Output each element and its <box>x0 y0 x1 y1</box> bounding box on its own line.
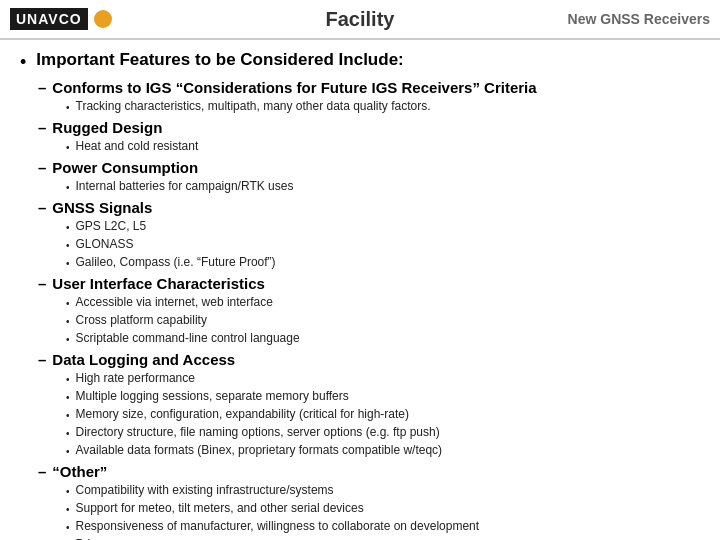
sub-bullet-icon: • <box>66 238 70 253</box>
section-title-4: User Interface Characteristics <box>52 275 265 292</box>
section-item-6: –“Other”•Compatibility with existing inf… <box>38 463 700 540</box>
sub-bullet-icon: • <box>66 180 70 195</box>
sub-bullet-icon: • <box>66 220 70 235</box>
section-item-4: –User Interface Characteristics•Accessib… <box>38 275 700 347</box>
dash-icon: – <box>38 79 46 96</box>
section-title-2: Power Consumption <box>52 159 198 176</box>
sub-item-4-2: •Scriptable command-line control languag… <box>66 329 700 347</box>
sub-item-text: Scriptable command-line control language <box>76 329 300 347</box>
sub-item-text: Internal batteries for campaign/RTK uses <box>76 177 294 195</box>
sub-list-4: •Accessible via internet, web interface•… <box>38 293 700 347</box>
sub-item-text: Price… <box>76 535 115 540</box>
sub-bullet-icon: • <box>66 484 70 499</box>
sub-bullet-icon: • <box>66 444 70 459</box>
page-title: Facility <box>170 8 550 31</box>
sub-bullet-icon: • <box>66 372 70 387</box>
sub-item-6-0: •Compatibility with existing infrastruct… <box>66 481 700 499</box>
sub-bullet-icon: • <box>66 256 70 271</box>
sub-list-6: •Compatibility with existing infrastruct… <box>38 481 700 540</box>
header: UNAVCO Facility New GNSS Receivers <box>0 0 720 40</box>
section-title-3: GNSS Signals <box>52 199 152 216</box>
section-title-0: Conforms to IGS “Considerations for Futu… <box>52 79 536 96</box>
logo-circle-icon <box>94 10 112 28</box>
section-title-1: Rugged Design <box>52 119 162 136</box>
sub-item-text: High rate performance <box>76 369 195 387</box>
logo-text: UNAVCO <box>10 8 88 30</box>
section-header-4: –User Interface Characteristics <box>38 275 700 292</box>
sub-item-3-0: •GPS L2C, L5 <box>66 217 700 235</box>
section-item-5: –Data Logging and Access•High rate perfo… <box>38 351 700 459</box>
sub-bullet-icon: • <box>66 408 70 423</box>
sub-item-text: Support for meteo, tilt meters, and othe… <box>76 499 364 517</box>
dash-icon: – <box>38 119 46 136</box>
section-item-3: –GNSS Signals•GPS L2C, L5•GLONASS•Galile… <box>38 199 700 271</box>
section-header-3: –GNSS Signals <box>38 199 700 216</box>
section-item-2: –Power Consumption•Internal batteries fo… <box>38 159 700 195</box>
sub-item-4-0: •Accessible via internet, web interface <box>66 293 700 311</box>
section-header-1: –Rugged Design <box>38 119 700 136</box>
sub-item-text: GLONASS <box>76 235 134 253</box>
sub-item-text: GPS L2C, L5 <box>76 217 147 235</box>
sub-item-text: Directory structure, file naming options… <box>76 423 440 441</box>
sub-item-text: Tracking characteristics, multipath, man… <box>76 97 431 115</box>
dash-icon: – <box>38 159 46 176</box>
sub-bullet-icon: • <box>66 100 70 115</box>
dash-icon: – <box>38 199 46 216</box>
sub-item-6-1: •Support for meteo, tilt meters, and oth… <box>66 499 700 517</box>
section-item-1: –Rugged Design•Heat and cold resistant <box>38 119 700 155</box>
main-bullet: • Important Features to be Considered In… <box>20 50 700 73</box>
sub-item-text: Memory size, configuration, expandabilit… <box>76 405 409 423</box>
sub-item-5-3: •Directory structure, file naming option… <box>66 423 700 441</box>
sub-item-text: Cross platform capability <box>76 311 207 329</box>
section-header-0: –Conforms to IGS “Considerations for Fut… <box>38 79 700 96</box>
section-list: –Conforms to IGS “Considerations for Fut… <box>20 79 700 540</box>
sub-list-3: •GPS L2C, L5•GLONASS•Galileo, Compass (i… <box>38 217 700 271</box>
sub-bullet-icon: • <box>66 296 70 311</box>
sub-item-1-0: •Heat and cold resistant <box>66 137 700 155</box>
logo-area: UNAVCO <box>10 8 170 30</box>
sub-list-1: •Heat and cold resistant <box>38 137 700 155</box>
sub-item-5-0: •High rate performance <box>66 369 700 387</box>
sub-bullet-icon: • <box>66 332 70 347</box>
sub-bullet-icon: • <box>66 502 70 517</box>
sub-item-text: Accessible via internet, web interface <box>76 293 273 311</box>
section-header-6: –“Other” <box>38 463 700 480</box>
sub-item-text: Available data formats (Binex, proprieta… <box>76 441 443 459</box>
sub-item-6-2: •Responsiveness of manufacturer, willing… <box>66 517 700 535</box>
sub-item-5-4: •Available data formats (Binex, propriet… <box>66 441 700 459</box>
sub-bullet-icon: • <box>66 426 70 441</box>
main-title: Important Features to be Considered Incl… <box>36 50 403 70</box>
sub-bullet-icon: • <box>66 520 70 535</box>
sub-item-2-0: •Internal batteries for campaign/RTK use… <box>66 177 700 195</box>
section-title-5: Data Logging and Access <box>52 351 235 368</box>
sub-item-text: Responsiveness of manufacturer, willingn… <box>76 517 480 535</box>
sub-item-4-1: •Cross platform capability <box>66 311 700 329</box>
sub-item-5-1: •Multiple logging sessions, separate mem… <box>66 387 700 405</box>
sub-list-5: •High rate performance•Multiple logging … <box>38 369 700 459</box>
dash-icon: – <box>38 463 46 480</box>
sub-item-5-2: •Memory size, configuration, expandabili… <box>66 405 700 423</box>
sub-item-3-1: •GLONASS <box>66 235 700 253</box>
sub-item-3-2: •Galileo, Compass (i.e. “Future Proof”) <box>66 253 700 271</box>
sub-item-text: Compatibility with existing infrastructu… <box>76 481 334 499</box>
header-subtitle: New GNSS Receivers <box>550 11 710 27</box>
content-area: • Important Features to be Considered In… <box>0 40 720 540</box>
section-title-6: “Other” <box>52 463 107 480</box>
dash-icon: – <box>38 351 46 368</box>
sub-list-0: •Tracking characteristics, multipath, ma… <box>38 97 700 115</box>
sub-item-text: Multiple logging sessions, separate memo… <box>76 387 349 405</box>
sub-item-0-0: •Tracking characteristics, multipath, ma… <box>66 97 700 115</box>
section-header-2: –Power Consumption <box>38 159 700 176</box>
main-bullet-dot: • <box>20 52 26 73</box>
sub-bullet-icon: • <box>66 390 70 405</box>
sub-item-text: Heat and cold resistant <box>76 137 199 155</box>
sub-list-2: •Internal batteries for campaign/RTK use… <box>38 177 700 195</box>
sub-bullet-icon: • <box>66 140 70 155</box>
sub-item-6-3: •Price… <box>66 535 700 540</box>
dash-icon: – <box>38 275 46 292</box>
sub-bullet-icon: • <box>66 314 70 329</box>
sub-item-text: Galileo, Compass (i.e. “Future Proof”) <box>76 253 276 271</box>
section-header-5: –Data Logging and Access <box>38 351 700 368</box>
section-item-0: –Conforms to IGS “Considerations for Fut… <box>38 79 700 115</box>
